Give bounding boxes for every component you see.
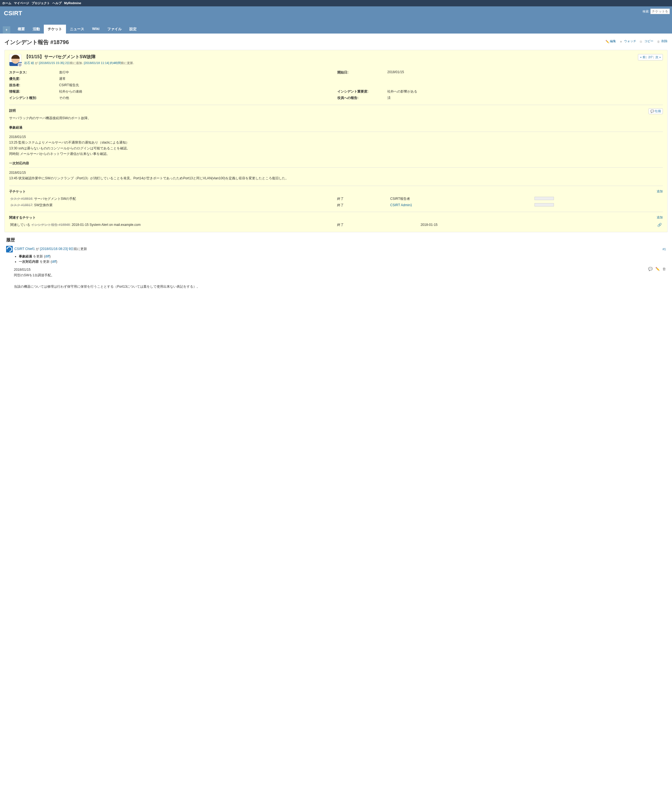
related-status: 終了 — [336, 222, 419, 228]
tab-activity[interactable]: 活動 — [29, 25, 44, 34]
tab-overview[interactable]: 概要 — [14, 25, 29, 34]
list-item: 一次対応内容 を更新 (diff) — [19, 259, 666, 264]
source-label: 情報源: — [9, 89, 56, 94]
related-link[interactable]: インシデント報告 #18848 — [31, 223, 70, 227]
author-link[interactable]: 岩石 睦 — [24, 61, 34, 65]
journal-user-link[interactable]: CSIRT Chief1 — [14, 247, 35, 251]
nav-myredmine[interactable]: MyRedmine — [64, 2, 81, 5]
issue-position[interactable]: 2/7 — [648, 56, 653, 59]
updated-timestamp[interactable]: [2018/01/18 11:14] 約4時間 — [84, 61, 121, 65]
related-table: 関連している インシデント報告 #18848: 2018-01-15 Syste… — [9, 222, 663, 228]
watch-link[interactable]: ★ウォッチ — [619, 39, 636, 43]
copy-link[interactable]: ⧉コピー — [640, 39, 653, 43]
page-title: インシデント報告 #18796 — [5, 38, 667, 46]
next-issue[interactable]: 次 » — [655, 56, 661, 59]
new-item-button[interactable]: + — [3, 26, 10, 34]
timeline-line: 2018/01/15 — [9, 134, 663, 140]
delete-icon[interactable]: 🗑 — [662, 267, 666, 271]
tab-issues[interactable]: チケット — [44, 25, 66, 34]
subtask-status: 終了 — [336, 202, 389, 208]
source-value: 社外からの連絡 — [59, 89, 334, 94]
speech-bubble-icon: 💬 — [650, 109, 654, 113]
table-row: タスク #18816: サーバセグメントSWの手配 終了 CSIRT報告者 — [9, 196, 663, 202]
subtask-assignee-link[interactable]: CSIRT Admin1 — [390, 203, 412, 207]
star-icon: ★ — [619, 40, 624, 44]
description-label: 説明 — [9, 109, 663, 113]
startdate-label: 開始日: — [338, 70, 384, 75]
severity-label: インシデント重要度: — [338, 89, 384, 94]
issue-header: 【01/15】サーバセグメントSW故障 岩石 睦 が [2018/01/15 1… — [9, 54, 638, 66]
subtask-assignee: CSIRT報告者 — [389, 196, 533, 202]
response-line: 13:45 状況確認作業中にSWのリンクランプ（Port13）が消灯していること… — [9, 176, 663, 181]
history-label: 履歴 — [6, 237, 666, 243]
subtasks-table: タスク #18816: サーバセグメントSWの手配 終了 CSIRT報告者 タス… — [9, 196, 663, 208]
subtask-link[interactable]: タスク #18816 — [10, 197, 32, 201]
nav-projects[interactable]: プロジェクト — [32, 2, 50, 5]
kind-value: その他 — [59, 96, 334, 100]
search-input[interactable] — [650, 9, 670, 14]
tab-settings[interactable]: 設定 — [126, 25, 141, 34]
assignee-label: 担当者: — [9, 83, 56, 88]
tab-wiki[interactable]: Wiki — [88, 25, 103, 34]
subtask-status: 終了 — [336, 196, 389, 202]
journal-actions: 💬 ✏️ 🗑 — [646, 267, 666, 271]
exec-report-value: 済 — [387, 96, 663, 100]
journal-anchor[interactable]: #1 — [662, 248, 666, 251]
journal-line: 2018/01/15 — [14, 267, 666, 272]
journal-line: 同型のSWを1台調達手配。 — [14, 272, 666, 278]
journal-timestamp[interactable]: [2018/01/16 08:23] 9日 — [40, 247, 74, 251]
description-body: サーバラック内のサーバ機器接続用SWのポート故障。 事象経過 2018/01/1… — [9, 115, 663, 181]
subtasks-label: 子チケット — [9, 189, 663, 194]
history: 履歴 CSIRT Chief1 が [2018/01/16 08:23] 9日前… — [5, 237, 667, 290]
quote-icon[interactable]: 💬 — [648, 267, 653, 271]
related-label: 関連するチケット — [9, 215, 663, 220]
priority-label: 優先度: — [9, 77, 56, 81]
journal-details: 事象経過 を更新 (diff) 一次対応内容 を更新 (diff) — [14, 254, 666, 264]
diff-link[interactable]: diff — [52, 260, 56, 264]
delete-link[interactable]: 🗑削除 — [657, 39, 667, 43]
nav-home[interactable]: ホーム — [2, 2, 11, 5]
nav-mypage[interactable]: マイページ — [14, 2, 29, 5]
tab-files[interactable]: ファイル — [103, 25, 126, 34]
list-item: 事象経過 を更新 (diff) — [19, 254, 666, 259]
section-timeline: 事象経過 — [9, 125, 663, 132]
gravatar-icon — [6, 246, 13, 252]
contextual-actions: ✏️編集 ★ウォッチ ⧉コピー 🗑削除 — [603, 39, 667, 44]
timeline-line: 13:30 sshは通らないもののコンソールからのログインは可能であることを確認… — [9, 145, 663, 151]
journal-body: 2018/01/15 同型のSWを1台調達手配。 当該の機器については修理は行わ… — [14, 267, 666, 290]
table-row: 関連している インシデント報告 #18848: 2018-01-15 Syste… — [9, 222, 663, 228]
quote-button[interactable]: 💬引用 — [648, 109, 663, 114]
edit-icon[interactable]: ✏️ — [655, 267, 660, 271]
prev-issue[interactable]: « 前 — [640, 56, 645, 59]
created-timestamp[interactable]: [2018/01/15 15:35] 2日 — [39, 61, 70, 65]
unlink-icon[interactable]: 🔗 — [657, 223, 662, 227]
nav-help[interactable]: ヘルプ — [53, 2, 62, 5]
header: 検索: CSIRT + 概要 活動 チケット ニュース Wiki ファイル 設定 — [0, 6, 672, 34]
assignee-value: CSIRT報告先 — [59, 83, 334, 88]
journal-entry: CSIRT Chief1 が [2018/01/16 08:23] 9日前に更新… — [6, 246, 666, 290]
tab-news[interactable]: ニュース — [66, 25, 88, 34]
add-subtask-link[interactable]: 追加 — [657, 189, 663, 193]
section-first-response: 一次対応内容 — [9, 160, 663, 168]
subtask-link[interactable]: タスク #18817 — [10, 203, 32, 207]
issue-pagination: « 前| 2/7| 次 » — [638, 54, 663, 61]
issue-box: « 前| 2/7| 次 » 【01/15】サーバセグメントSW故障 岩石 睦 が… — [5, 50, 667, 232]
diff-link[interactable]: diff — [45, 254, 50, 258]
add-relation-link[interactable]: 追加 — [657, 215, 663, 219]
timeline-line: 13:25 監視システムよりメールサーバの不通障害の通知あり（slackによる通… — [9, 140, 663, 145]
startdate-value: 2018/01/15 — [387, 70, 663, 75]
author-avatar — [9, 54, 21, 66]
progress-bar — [534, 203, 554, 206]
related-date: 2018-01-15 — [419, 222, 600, 228]
description-summary: サーバラック内のサーバ機器接続用SWのポート故障。 — [9, 115, 663, 121]
severity-value: 社外への影響がある — [387, 89, 663, 94]
progress-bar — [534, 197, 554, 200]
search-label: 検索: — [643, 10, 650, 13]
exec-report-label: 役員への報告: — [338, 96, 384, 100]
content: ✏️編集 ★ウォッチ ⧉コピー 🗑削除 インシデント報告 #18796 « 前|… — [0, 34, 672, 297]
project-title[interactable]: CSIRT — [4, 10, 22, 25]
edit-link[interactable]: ✏️編集 — [605, 39, 616, 43]
journal-header: CSIRT Chief1 が [2018/01/16 08:23] 9日前に更新… — [6, 246, 666, 252]
status-value: 進行中 — [59, 70, 334, 75]
search-box: 検索: — [643, 9, 670, 14]
